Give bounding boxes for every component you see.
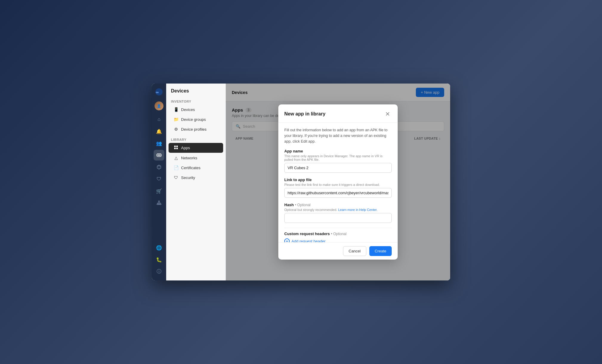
custom-headers-optional: • Optional [331, 232, 346, 236]
app-name-input[interactable] [284, 163, 392, 173]
link-input[interactable] [284, 188, 392, 198]
svg-rect-15 [174, 148, 176, 149]
hierarchy-icon[interactable] [154, 198, 164, 208]
app-name-label: App name [284, 149, 392, 153]
svg-text:∞: ∞ [156, 90, 159, 95]
bell-icon[interactable]: 🔔 [154, 126, 164, 137]
main-window: ∞ 👤 ⌂ 🔔 👥 🛡 🛒 [152, 84, 450, 280]
devices-icon: 📱 [173, 107, 179, 112]
hash-help-link[interactable]: Learn more in Help Center. [338, 208, 377, 212]
device-profiles-icon: ⚙ [173, 127, 179, 132]
icon-sidebar: ∞ 👤 ⌂ 🔔 👥 🛡 🛒 [152, 84, 166, 280]
sidebar-item-device-profiles[interactable]: ⚙ Device profiles [169, 124, 223, 134]
library-section-label: Library [166, 134, 226, 143]
security-icon: 🛡 [173, 175, 179, 180]
link-label: Link to app file [284, 178, 392, 182]
main-content: Devices + New app Apps 3 Apps in your li… [226, 84, 450, 280]
home-icon[interactable]: ⌂ [154, 114, 164, 125]
inventory-section-label: Inventory [166, 96, 226, 104]
meta-logo: ∞ [154, 87, 164, 97]
hash-label: Hash • Optional [284, 203, 392, 207]
modal-header: New app in library ✕ [278, 104, 398, 123]
sidebar-item-networks[interactable]: △ Networks [169, 153, 223, 163]
svg-rect-16 [176, 148, 178, 149]
custom-headers-title: Custom request headers • Optional [284, 232, 392, 236]
cube-icon[interactable] [154, 162, 164, 172]
sidebar-title: Devices [166, 84, 226, 96]
sidebar-item-apps[interactable]: Apps [169, 143, 223, 153]
hash-group: Hash • Optional Optional but strongly re… [284, 203, 392, 223]
app-name-hint: This name only appears in Device Manager… [284, 154, 392, 161]
vr-icon[interactable] [154, 150, 164, 161]
cart-icon[interactable]: 🛒 [154, 186, 164, 196]
divider-1 [284, 228, 392, 228]
sidebar-item-devices[interactable]: 📱 Devices [169, 105, 223, 114]
add-request-header-button[interactable]: + Add request header [284, 238, 392, 242]
apps-icon [173, 145, 179, 150]
globe-icon[interactable]: 🌐 [154, 242, 164, 253]
modal-title: New app in library [284, 111, 325, 117]
add-header-icon: + [284, 238, 290, 242]
svg-rect-4 [158, 201, 160, 202]
modal-description: Fill out the information below to add an… [284, 127, 392, 144]
hash-input[interactable] [284, 213, 392, 223]
svg-rect-5 [157, 204, 158, 205]
device-groups-icon: 📁 [173, 117, 179, 122]
link-group: Link to app file Please test the link fi… [284, 178, 392, 198]
sidebar-item-security[interactable]: 🛡 Security [169, 173, 223, 182]
hash-optional-label: • Optional [295, 203, 311, 207]
modal-footer: Cancel Create [278, 242, 398, 260]
hash-hint: Optional but strongly recommended. Learn… [284, 208, 392, 212]
modal-dialog: New app in library ✕ Fill out the inform… [278, 104, 398, 260]
users-icon[interactable]: 👥 [154, 138, 164, 149]
custom-headers-group: Custom request headers • Optional + Add … [284, 232, 392, 242]
svg-point-3 [159, 155, 160, 156]
svg-rect-13 [174, 146, 176, 147]
cancel-button[interactable]: Cancel [343, 246, 366, 256]
networks-icon: △ [173, 155, 179, 160]
modal-close-button[interactable]: ✕ [383, 110, 392, 118]
app-name-group: App name This name only appears in Devic… [284, 149, 392, 173]
link-hint: Please test the link first to make sure … [284, 183, 392, 186]
svg-rect-14 [176, 146, 178, 147]
svg-rect-6 [158, 204, 160, 205]
modal-overlay: New app in library ✕ Fill out the inform… [226, 84, 450, 280]
sidebar-nav: Devices Inventory 📱 Devices 📁 Device gro… [166, 84, 226, 280]
bug-icon[interactable]: 🐛 [154, 254, 164, 265]
sidebar-item-certificates[interactable]: 📄 Certificates [169, 163, 223, 172]
svg-point-2 [158, 155, 159, 156]
svg-rect-7 [160, 204, 161, 205]
user-avatar[interactable]: 👤 [155, 101, 163, 110]
info-icon[interactable]: ⓘ [154, 266, 164, 277]
sidebar-item-device-groups[interactable]: 📁 Device groups [169, 115, 223, 124]
create-button[interactable]: Create [369, 246, 392, 256]
certificates-icon: 📄 [173, 165, 179, 170]
shield-icon[interactable]: 🛡 [154, 174, 164, 184]
modal-body: Fill out the information below to add an… [278, 123, 398, 242]
